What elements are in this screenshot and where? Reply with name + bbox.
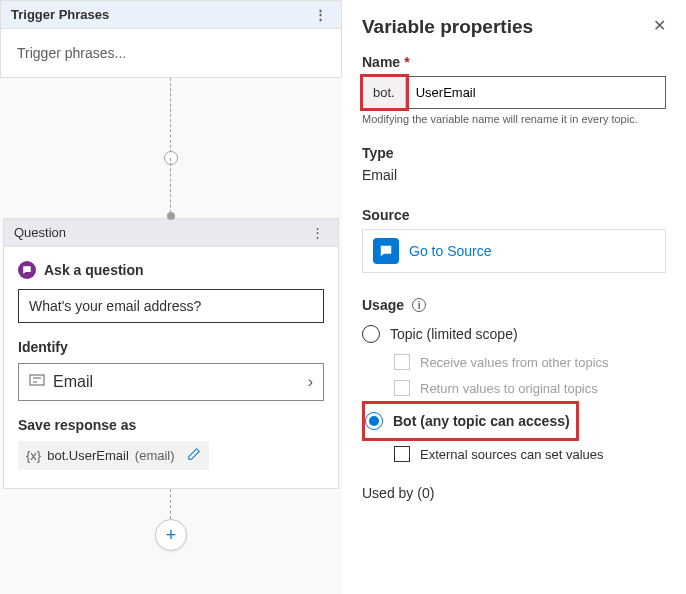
variable-chip[interactable]: {x} bot.UserEmail (email) bbox=[18, 441, 209, 470]
connector-dot-icon bbox=[167, 212, 175, 220]
name-helper: Modifying the variable name will rename … bbox=[362, 113, 666, 125]
more-icon[interactable]: ⋮ bbox=[307, 225, 328, 240]
trigger-node[interactable]: Trigger Phrases ⋮ Trigger phrases... bbox=[0, 0, 342, 78]
trigger-header: Trigger Phrases ⋮ bbox=[1, 1, 341, 29]
connector-line bbox=[170, 489, 172, 519]
go-to-source-link[interactable]: Go to Source bbox=[409, 243, 492, 259]
connector-line bbox=[170, 78, 172, 158]
variable-icon: {x} bbox=[26, 448, 41, 463]
name-input[interactable] bbox=[406, 77, 665, 108]
source-icon bbox=[373, 238, 399, 264]
identify-selector[interactable]: Email › bbox=[18, 363, 324, 401]
identify-label: Identify bbox=[18, 339, 324, 355]
question-header: Question ⋮ bbox=[4, 219, 338, 247]
trigger-title: Trigger Phrases bbox=[11, 7, 109, 22]
chevron-right-icon: › bbox=[308, 373, 313, 391]
used-by-label: Used by (0) bbox=[362, 485, 666, 501]
type-value: Email bbox=[362, 167, 666, 183]
source-box: Go to Source bbox=[362, 229, 666, 273]
source-label: Source bbox=[362, 207, 666, 223]
check-external-sources[interactable]: External sources can set values bbox=[362, 441, 666, 467]
connector-line bbox=[170, 158, 172, 218]
ask-question-label: Ask a question bbox=[44, 262, 144, 278]
question-text-input[interactable]: What's your email address? bbox=[18, 289, 324, 323]
edit-icon[interactable] bbox=[187, 447, 201, 464]
question-title: Question bbox=[14, 225, 66, 240]
add-node-button[interactable]: + bbox=[155, 519, 187, 551]
checkbox-icon bbox=[394, 446, 410, 462]
name-prefix: bot. bbox=[363, 77, 406, 108]
save-as-label: Save response as bbox=[18, 417, 324, 433]
radio-bot-scope[interactable]: Bot (any topic can access) bbox=[365, 406, 570, 436]
checkbox-icon bbox=[394, 354, 410, 370]
identify-value: Email bbox=[53, 373, 93, 391]
usage-label: Usage i bbox=[362, 297, 666, 313]
close-icon[interactable]: ✕ bbox=[653, 16, 666, 35]
question-node[interactable]: Question ⋮ Ask a question What's your em… bbox=[3, 218, 339, 489]
question-body: Ask a question What's your email address… bbox=[4, 247, 338, 488]
highlight-selected-option: Bot (any topic can access) bbox=[362, 401, 579, 441]
required-asterisk: * bbox=[404, 54, 409, 70]
radio-icon bbox=[362, 325, 380, 343]
svg-rect-0 bbox=[30, 375, 44, 385]
check-receive-values: Receive values from other topics bbox=[362, 349, 666, 375]
ask-question-row: Ask a question bbox=[18, 261, 324, 279]
type-label: Type bbox=[362, 145, 666, 161]
more-icon[interactable]: ⋮ bbox=[310, 7, 331, 22]
trigger-body[interactable]: Trigger phrases... bbox=[1, 29, 341, 77]
variable-name: bot.UserEmail bbox=[47, 448, 129, 463]
check-return-values: Return values to original topics bbox=[362, 375, 666, 401]
name-label: Name * bbox=[362, 54, 666, 70]
radio-topic-scope[interactable]: Topic (limited scope) bbox=[362, 319, 666, 349]
radio-bot-label: Bot (any topic can access) bbox=[393, 413, 570, 429]
variable-type: (email) bbox=[135, 448, 175, 463]
info-icon[interactable]: i bbox=[412, 298, 426, 312]
panel-title: Variable properties bbox=[362, 16, 666, 38]
authoring-canvas: Trigger Phrases ⋮ Trigger phrases... Que… bbox=[0, 0, 342, 594]
chat-icon bbox=[18, 261, 36, 279]
radio-icon bbox=[365, 412, 383, 430]
variable-properties-panel: ✕ Variable properties Name * bot. Modify… bbox=[342, 0, 686, 594]
entity-icon bbox=[29, 372, 45, 392]
radio-topic-label: Topic (limited scope) bbox=[390, 326, 518, 342]
checkbox-icon bbox=[394, 380, 410, 396]
name-input-row: bot. bbox=[362, 76, 666, 109]
